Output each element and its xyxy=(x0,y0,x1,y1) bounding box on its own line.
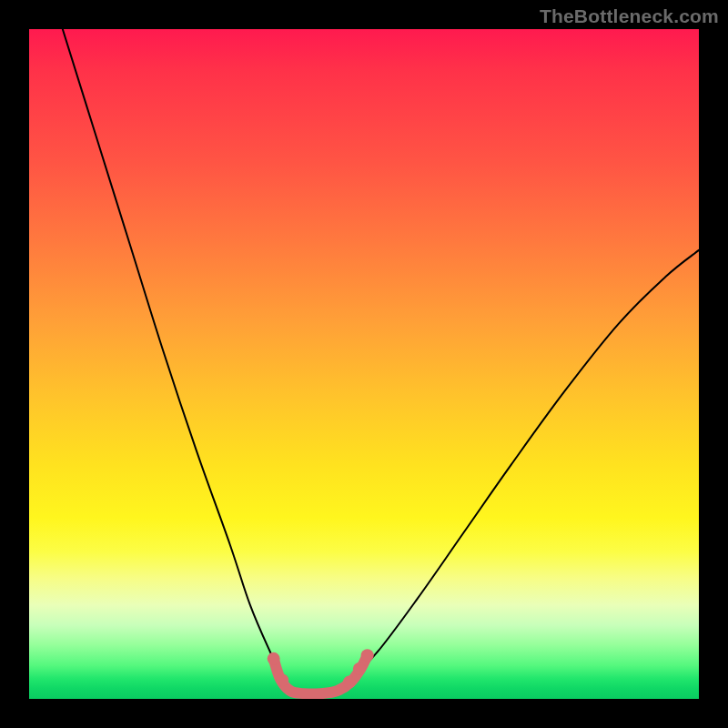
marker-dot xyxy=(343,676,356,689)
attribution-watermark: TheBottleneck.com xyxy=(540,5,719,27)
marker-dot xyxy=(353,662,366,675)
marker-dot xyxy=(268,652,280,665)
chart-svg xyxy=(29,29,699,699)
chart-frame: TheBottleneck.com xyxy=(0,0,728,728)
marker-dot xyxy=(361,649,374,662)
marker-dot xyxy=(276,673,288,686)
bottleneck-curve xyxy=(63,29,699,693)
optimal-range-marker xyxy=(274,655,368,693)
optimal-range-dots xyxy=(268,649,374,688)
plot-area xyxy=(29,29,699,699)
